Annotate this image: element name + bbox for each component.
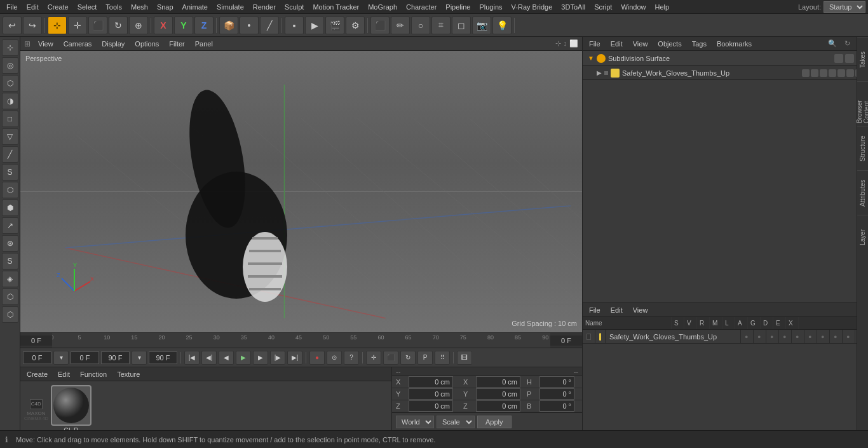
- attr-icon-4[interactable]: ●: [779, 330, 792, 343]
- world-select[interactable]: World: [396, 416, 434, 428]
- menu-edit[interactable]: Edit: [23, 2, 43, 12]
- left-btn-7[interactable]: ╱: [2, 146, 18, 163]
- render-settings-button[interactable]: ⚙: [346, 17, 365, 34]
- coord-z-size[interactable]: [476, 400, 520, 412]
- coord-h-rot[interactable]: [539, 376, 574, 388]
- menu-select[interactable]: Select: [74, 2, 101, 12]
- attr-row-expand-icon[interactable]: [587, 334, 591, 340]
- tab-structure[interactable]: Structure: [857, 126, 868, 170]
- menu-help[interactable]: Help: [651, 2, 674, 12]
- attr-obj-row[interactable]: Safety_Work_Gloves_Thumbs_Up ● ● ● ● ● ●…: [583, 330, 868, 344]
- menu-file[interactable]: File: [3, 2, 22, 12]
- coord-y-size[interactable]: [476, 388, 520, 400]
- tab-content-browser[interactable]: Content Browser: [857, 81, 868, 126]
- menu-tools[interactable]: Tools: [102, 2, 126, 12]
- vp-menu-options[interactable]: Options: [132, 39, 161, 49]
- transport-next-keyframe[interactable]: |▶: [270, 351, 285, 365]
- subdiv-ctrl-2[interactable]: [845, 54, 854, 63]
- menu-pipeline[interactable]: Pipeline: [442, 2, 474, 12]
- transport-end-frame2[interactable]: [149, 351, 177, 364]
- deform-button[interactable]: ⌗: [431, 17, 451, 34]
- coord-z-pos[interactable]: [409, 400, 453, 412]
- left-btn-10[interactable]: ⬢: [2, 200, 18, 216]
- attr-icon-2[interactable]: ●: [754, 330, 766, 343]
- tab-takes[interactable]: Takes: [857, 37, 868, 81]
- obj-menu-bookmarks[interactable]: Bookmarks: [714, 39, 754, 49]
- left-btn-13[interactable]: S: [2, 253, 18, 269]
- obj-menu-edit[interactable]: Edit: [608, 39, 625, 49]
- coord-y-pos[interactable]: [409, 388, 453, 400]
- material-swatch-container[interactable]: GL R: [51, 385, 92, 430]
- attr-icon-3[interactable]: ●: [766, 330, 779, 343]
- timeline-ruler[interactable]: 0 5 10 15 20 25 30 35 40 45 50 55 60 65 …: [52, 333, 550, 348]
- left-btn-2[interactable]: ◎: [2, 57, 18, 74]
- left-btn-3[interactable]: ⬡: [2, 75, 18, 92]
- gloves-ctrl-2[interactable]: [811, 69, 818, 77]
- transport-prev-keyframe[interactable]: ◀|: [201, 351, 217, 365]
- subdivision-surface-row[interactable]: ▼ Subdivision Surface ✓: [583, 51, 868, 66]
- left-btn-16[interactable]: ⬡: [2, 306, 18, 323]
- viewport-corner-icon[interactable]: ⊞: [24, 39, 31, 48]
- scale-tool-button[interactable]: ⬛: [88, 17, 107, 34]
- transport-param-key[interactable]: P: [417, 351, 433, 365]
- spline-button[interactable]: ✏: [391, 17, 410, 34]
- redo-button[interactable]: ↪: [23, 17, 42, 34]
- transport-film[interactable]: 🎞: [457, 351, 472, 365]
- move-tool-button[interactable]: ✛: [68, 17, 87, 34]
- menu-mesh[interactable]: Mesh: [127, 2, 152, 12]
- transport-move-key[interactable]: ✛: [366, 351, 381, 365]
- nurbs-button[interactable]: ○: [411, 17, 430, 34]
- left-btn-11[interactable]: ↗: [2, 217, 18, 234]
- viewport-canvas[interactable]: Z X Y Perspective Grid Spacing : 10 cm: [20, 51, 582, 332]
- left-btn-9[interactable]: ⬡: [2, 182, 18, 198]
- transport-dots-key[interactable]: ⠿: [435, 351, 450, 365]
- layout-select[interactable]: Startup: [824, 1, 865, 13]
- attr-menu-edit[interactable]: Edit: [608, 305, 625, 315]
- gloves-expand-icon[interactable]: ▶: [597, 69, 602, 76]
- menu-create[interactable]: Create: [44, 2, 72, 12]
- transport-end-frame[interactable]: [101, 351, 130, 364]
- point-tool-button[interactable]: •: [240, 17, 259, 34]
- left-btn-12[interactable]: ⊛: [2, 235, 18, 252]
- render-region-button[interactable]: ▪: [285, 17, 304, 34]
- attr-row-expand[interactable]: [583, 330, 595, 343]
- vp-menu-cameras[interactable]: Cameras: [61, 39, 95, 49]
- mat-texture[interactable]: Texture: [114, 369, 142, 379]
- vp-menu-display[interactable]: Display: [99, 39, 127, 49]
- menu-character[interactable]: Character: [402, 2, 440, 12]
- menu-motion-tracker[interactable]: Motion Tracker: [309, 2, 363, 12]
- menu-sculpt[interactable]: Sculpt: [281, 2, 308, 12]
- gloves-ctrl-1[interactable]: [802, 69, 810, 77]
- obj-menu-file[interactable]: File: [587, 39, 603, 49]
- coord-b-rot[interactable]: [539, 400, 574, 412]
- attr-menu-view[interactable]: View: [630, 305, 651, 315]
- transport-help[interactable]: ?: [344, 351, 359, 365]
- obj-menu-view[interactable]: View: [630, 39, 651, 49]
- attr-icon-6[interactable]: ●: [804, 330, 817, 343]
- left-btn-6[interactable]: ▽: [2, 128, 18, 145]
- transform-tool-button[interactable]: ⊕: [129, 17, 148, 34]
- transport-next-frame[interactable]: ▶: [253, 351, 268, 365]
- gloves-ctrl-3[interactable]: [820, 69, 827, 77]
- transport-arrow-down2[interactable]: ▾: [132, 351, 147, 365]
- left-btn-4[interactable]: ◑: [2, 93, 18, 109]
- left-btn-8[interactable]: S: [2, 164, 18, 180]
- menu-plugins[interactable]: Plugins: [475, 2, 506, 12]
- attr-icon-1[interactable]: ●: [741, 330, 754, 343]
- attr-icon-7[interactable]: ●: [817, 330, 830, 343]
- light-button[interactable]: 💡: [492, 17, 512, 34]
- timeline-start-input[interactable]: [20, 336, 52, 346]
- tab-layer[interactable]: Layer: [857, 215, 868, 259]
- transport-start-frame[interactable]: [71, 351, 99, 364]
- scale-select[interactable]: Scale: [437, 416, 475, 428]
- select-tool-button[interactable]: ⊹: [48, 17, 67, 34]
- transport-current-frame[interactable]: [23, 351, 51, 364]
- rotate-tool-button[interactable]: ↻: [109, 17, 128, 34]
- menu-vray[interactable]: V-Ray Bridge: [508, 2, 557, 12]
- cube-button[interactable]: ⬛: [370, 17, 390, 34]
- gloves-object-row[interactable]: ▶ Safety_Work_Gloves_Thumbs_Up: [583, 66, 868, 80]
- transport-prev-frame[interactable]: ◀: [219, 351, 234, 365]
- gloves-ctrl-6[interactable]: [846, 69, 854, 77]
- transport-arrow-down[interactable]: ▾: [53, 351, 69, 365]
- yaxis-button[interactable]: Y: [174, 17, 193, 34]
